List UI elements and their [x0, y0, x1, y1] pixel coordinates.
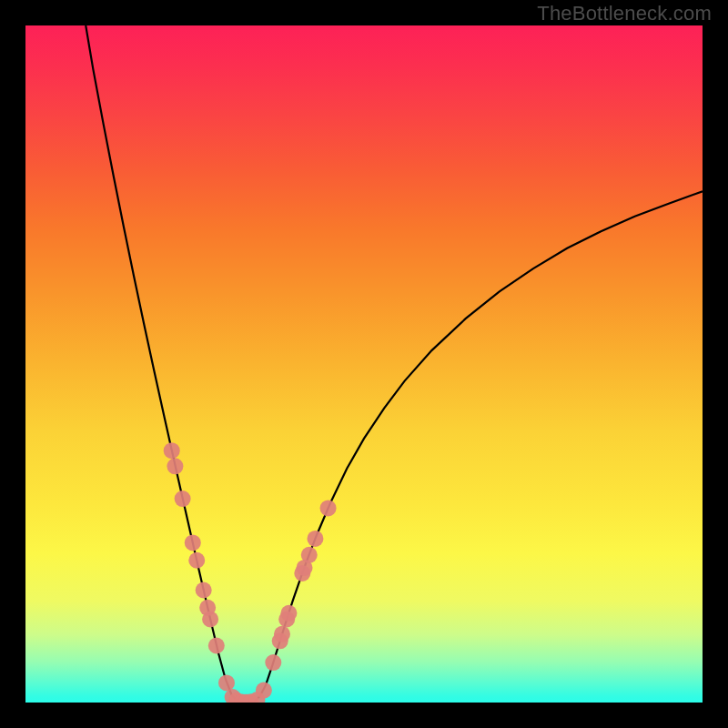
data-marker [208, 638, 225, 654]
data-marker [164, 442, 180, 459]
data-marker [185, 534, 201, 551]
data-marker [307, 531, 323, 547]
watermark-text: TheBottleneck.com [537, 2, 712, 25]
data-marker [196, 582, 212, 599]
bottleneck-curve-left [86, 25, 243, 703]
chart-svg [25, 25, 703, 703]
data-marker [188, 552, 205, 569]
data-marker [320, 500, 337, 516]
data-markers-group [164, 442, 337, 703]
bottleneck-curve-right [249, 191, 703, 702]
data-marker [175, 490, 191, 507]
data-marker [301, 547, 318, 563]
chart-container: TheBottleneck.com [0, 0, 728, 728]
data-marker [274, 626, 290, 642]
data-marker [218, 674, 235, 691]
data-marker [265, 654, 281, 671]
data-marker [167, 458, 183, 474]
data-marker [202, 611, 218, 627]
data-marker [280, 605, 297, 622]
data-marker [256, 682, 272, 699]
